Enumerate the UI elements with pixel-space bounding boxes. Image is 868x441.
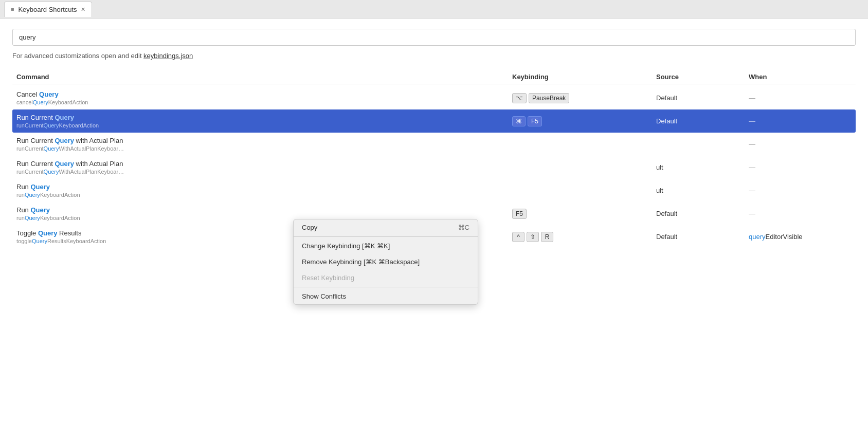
command-cell: Run Current Query with Actual Plan runCu… <box>16 160 512 175</box>
key-badge: ⌘ <box>512 116 526 126</box>
when-highlight: query <box>749 233 766 241</box>
key-badge: R <box>541 232 553 242</box>
command-highlight: Query <box>38 229 58 237</box>
key-badge: ⌥ <box>512 93 527 103</box>
when-cell: — <box>749 117 852 125</box>
command-id: runCurrentQueryWithActualPlanKeyboar… <box>16 145 512 152</box>
command-highlight: Query <box>55 160 74 168</box>
tab-close-button[interactable]: × <box>81 6 85 13</box>
edit-icon: ✏ <box>2 118 7 125</box>
command-cell: Run Current Query runCurrentQueryKeyboar… <box>16 114 512 128</box>
command-id-highlight: Query <box>44 122 59 128</box>
command-id: runCurrentQueryWithActualPlanKeyboar… <box>16 169 512 175</box>
when-cell: — <box>749 140 852 148</box>
keybindings-json-link[interactable]: keybindings.json <box>143 52 193 60</box>
when-cell: — <box>749 187 852 194</box>
source-cell: Default <box>656 210 749 217</box>
table-row[interactable]: Run Query runQueryKeyboardAction ult — <box>12 179 856 202</box>
keybinding-cell: ⌘ F5 <box>512 116 656 126</box>
when-cell: — <box>749 210 852 217</box>
command-name: Run Current Query with Actual Plan <box>16 160 512 168</box>
command-name: Run Current Query <box>16 114 512 121</box>
tab-bar: ≡ Keyboard Shortcuts × <box>0 0 868 19</box>
command-id: runQueryKeyboardAction <box>16 192 512 198</box>
source-cell: Default <box>656 117 749 125</box>
table-row[interactable]: ✏ Run Current Query runCurrentQueryKeybo… <box>12 109 856 133</box>
remove-keybinding-label: Remove Keybinding [⌘K ⌘Backspace] <box>302 258 420 266</box>
command-name: Run Query <box>16 206 512 214</box>
keybinding-cell: F5 <box>512 209 656 219</box>
when-cell: — <box>749 163 852 171</box>
tab-label: Keyboard Shortcuts <box>18 6 77 13</box>
keybinding-cell: ^ ⇧ R <box>512 232 656 242</box>
context-menu-show-conflicts[interactable]: Show Conflicts <box>294 288 478 304</box>
copy-shortcut: ⌘C <box>458 224 469 231</box>
change-keybinding-label: Change Keybinding [⌘K ⌘K] <box>302 242 390 250</box>
when-cell: queryEditorVisible <box>749 233 852 241</box>
command-highlight: Query <box>55 114 74 121</box>
context-menu-remove-keybinding[interactable]: Remove Keybinding [⌘K ⌘Backspace] <box>294 254 478 270</box>
context-menu-reset-keybinding: Reset Keybinding <box>294 270 478 286</box>
command-id: cancelQueryKeyboardAction <box>16 99 512 105</box>
command-cell: Run Current Query with Actual Plan runCu… <box>16 137 512 152</box>
command-highlight: Query <box>55 137 74 144</box>
command-name: Cancel Query <box>16 90 512 98</box>
key-badge: PauseBreak <box>529 93 569 103</box>
source-cell: Default <box>656 233 749 241</box>
command-highlight: Query <box>39 90 59 98</box>
help-text-static: For advanced customizations open and edi… <box>12 52 143 60</box>
source-cell: ult <box>656 163 749 171</box>
context-menu-separator-2 <box>294 287 478 287</box>
command-id-highlight: Query <box>25 215 40 221</box>
help-text: For advanced customizations open and edi… <box>12 52 856 60</box>
keyboard-shortcuts-tab[interactable]: ≡ Keyboard Shortcuts × <box>4 2 92 17</box>
context-menu-separator <box>294 236 478 237</box>
reset-keybinding-label: Reset Keybinding <box>302 274 354 282</box>
tab-icon: ≡ <box>11 6 14 12</box>
command-id-highlight: Query <box>44 145 59 152</box>
command-id-highlight: Query <box>32 238 47 244</box>
table-row[interactable]: Cancel Query cancelQueryKeyboardAction ⌥… <box>12 86 856 109</box>
column-source: Source <box>656 73 749 81</box>
when-cell: — <box>749 94 852 102</box>
source-cell: Default <box>656 94 749 102</box>
column-command: Command <box>16 73 512 81</box>
key-badge: ^ <box>512 232 525 242</box>
search-input[interactable] <box>12 29 856 46</box>
command-highlight: Query <box>30 206 50 214</box>
main-content: For advanced customizations open and edi… <box>0 19 868 441</box>
key-badge: ⇧ <box>527 232 539 242</box>
command-id-highlight: Query <box>44 169 59 175</box>
context-menu: Copy ⌘C Change Keybinding [⌘K ⌘K] Remove… <box>293 219 478 305</box>
command-name: Run Query <box>16 183 512 191</box>
keybinding-cell: ⌥ PauseBreak <box>512 93 656 103</box>
context-menu-change-keybinding[interactable]: Change Keybinding [⌘K ⌘K] <box>294 238 478 254</box>
command-name: Run Current Query with Actual Plan <box>16 137 512 144</box>
table-row[interactable]: Run Current Query with Actual Plan runCu… <box>12 133 856 156</box>
context-menu-copy-label: Copy <box>302 224 317 231</box>
table-header: Command Keybinding Source When <box>12 70 856 84</box>
command-id-highlight: Query <box>25 192 40 198</box>
source-cell: ult <box>656 187 749 194</box>
column-keybinding: Keybinding <box>512 73 656 81</box>
command-id-highlight: Query <box>33 99 48 105</box>
key-badge: F5 <box>528 116 542 126</box>
context-menu-copy[interactable]: Copy ⌘C <box>294 219 478 235</box>
column-when: When <box>749 73 852 81</box>
command-cell: Run Query runQueryKeyboardAction <box>16 183 512 198</box>
key-badge: F5 <box>512 209 527 219</box>
show-conflicts-label: Show Conflicts <box>302 292 346 300</box>
command-cell: Cancel Query cancelQueryKeyboardAction <box>16 90 512 105</box>
table-row[interactable]: Run Current Query with Actual Plan runCu… <box>12 156 856 179</box>
command-id: runCurrentQueryKeyboardAction <box>16 122 512 128</box>
command-highlight: Query <box>30 183 50 191</box>
